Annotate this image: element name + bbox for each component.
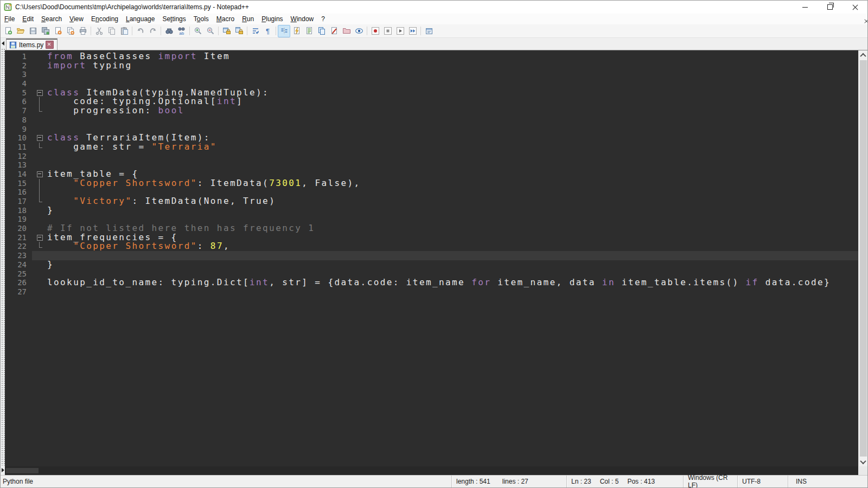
view-eye-button[interactable] xyxy=(353,25,365,37)
tab-items-py[interactable]: Items.py xyxy=(6,38,58,50)
close-button[interactable] xyxy=(52,25,64,37)
fold-margin-collapse[interactable] xyxy=(32,233,47,242)
line-number: 24 xyxy=(5,260,32,269)
tab-close-icon[interactable] xyxy=(46,41,54,49)
status-bar: Python file length : 541 lines : 27 Ln :… xyxy=(1,475,867,487)
menu-item-language[interactable]: Language xyxy=(122,14,158,24)
paste-button[interactable] xyxy=(118,25,130,37)
undo-button[interactable] xyxy=(134,25,146,37)
save-button[interactable] xyxy=(27,25,39,37)
fold-collapse-icon[interactable] xyxy=(37,171,43,177)
splitter-grip[interactable] xyxy=(1,48,5,466)
menu-item-help[interactable]: ? xyxy=(317,14,329,24)
horizontal-scrollbar-thumb[interactable] xyxy=(6,468,39,473)
sync-vertical-button[interactable] xyxy=(220,25,233,37)
document-list-button[interactable] xyxy=(315,25,328,37)
new-file-button[interactable] xyxy=(2,25,14,37)
code-line[interactable]: 11 game: str = "Terraria" xyxy=(5,143,858,152)
close-all-button[interactable] xyxy=(64,25,76,37)
fold-collapse-icon[interactable] xyxy=(37,90,43,96)
minimize-button[interactable] xyxy=(793,1,818,14)
code-line[interactable]: 2import typing xyxy=(5,61,858,70)
menu-item-macro[interactable]: Macro xyxy=(213,14,238,24)
status-pos: Pos : 413 xyxy=(627,478,655,485)
horizontal-scrollbar[interactable] xyxy=(5,466,858,475)
code-line[interactable]: 7 progression: bool xyxy=(5,106,858,115)
print-button[interactable] xyxy=(76,25,89,37)
fold-collapse-icon[interactable] xyxy=(37,135,43,141)
word-wrap-button[interactable] xyxy=(249,25,261,37)
code-line[interactable]: 22 "Copper Shortsword": 87, xyxy=(5,242,858,251)
menu-item-file[interactable]: File xyxy=(1,14,18,24)
macro-record-button[interactable] xyxy=(369,25,381,37)
fold-margin-collapse[interactable] xyxy=(32,88,47,98)
menu-item-plugins[interactable]: Plugins xyxy=(258,14,286,24)
edit-pen-icon xyxy=(330,27,339,35)
replace-button[interactable]: ab xyxy=(175,25,188,37)
open-folder-button[interactable] xyxy=(14,25,27,37)
vertical-scrollbar[interactable] xyxy=(858,50,867,466)
zoom-out-button[interactable] xyxy=(204,25,216,37)
save-all-button[interactable] xyxy=(39,25,52,37)
code-line[interactable]: 1from BaseClasses import Item xyxy=(5,52,858,61)
splitter-collapse-icon[interactable] xyxy=(2,41,4,46)
fold-margin xyxy=(32,215,47,224)
code-text xyxy=(47,251,858,260)
macro-record-icon xyxy=(371,27,380,35)
view-eye-icon xyxy=(355,27,363,35)
code-line[interactable]: 3 xyxy=(5,70,858,79)
zoom-in-button[interactable] xyxy=(192,25,204,37)
scroll-up-button[interactable] xyxy=(859,50,867,60)
project-folder-button[interactable] xyxy=(340,25,353,37)
menu-item-encoding[interactable]: Encoding xyxy=(87,14,122,24)
close-button[interactable] xyxy=(843,1,867,14)
macro-save-button[interactable] xyxy=(423,25,435,37)
cut-button[interactable] xyxy=(93,25,105,37)
code-line[interactable]: 17 "Victory": ItemData(None, True) xyxy=(5,197,858,206)
find-button[interactable] xyxy=(163,25,175,37)
title-bar: C:\Users\Dood\Documents\tmp\Archipelago\… xyxy=(1,1,867,14)
redo-button[interactable] xyxy=(146,25,159,37)
fold-collapse-icon[interactable] xyxy=(37,235,43,241)
code-text: lookup_id_to_name: typing.Dict[int, str]… xyxy=(47,278,858,287)
code-line[interactable]: 27 xyxy=(5,287,858,297)
macro-stop-button[interactable] xyxy=(381,25,394,37)
fold-margin-collapse[interactable] xyxy=(32,170,47,179)
status-encoding[interactable]: UTF-8 xyxy=(737,476,788,487)
code-line[interactable]: 18} xyxy=(5,206,858,215)
macro-play-button[interactable] xyxy=(394,25,406,37)
menu-item-settings[interactable]: Settings xyxy=(158,14,189,24)
code-line[interactable]: 8 xyxy=(5,115,858,125)
fold-margin-collapse[interactable] xyxy=(32,133,47,143)
splitter-expand-icon[interactable] xyxy=(2,468,4,472)
status-eol-format[interactable]: Windows (CR LF) xyxy=(683,476,737,487)
status-typing-mode[interactable]: INS xyxy=(788,476,867,487)
dock-splitter[interactable] xyxy=(1,38,5,475)
sync-horizontal-button[interactable] xyxy=(233,25,245,37)
code-line[interactable]: 24} xyxy=(5,260,858,269)
copy-button[interactable] xyxy=(105,25,118,37)
scroll-down-button[interactable] xyxy=(859,457,867,466)
code-line[interactable]: 15 "Copper Shortsword": ItemData(73001, … xyxy=(5,179,858,188)
macro-run-multiple-button[interactable] xyxy=(406,25,419,37)
edit-pen-button[interactable] xyxy=(328,25,340,37)
menu-item-window[interactable]: Window xyxy=(287,14,318,24)
code-line[interactable]: 26lookup_id_to_name: typing.Dict[int, st… xyxy=(5,278,858,287)
function-list-button[interactable] xyxy=(290,25,303,37)
code-editor[interactable]: 1from BaseClasses import Item2import typ… xyxy=(5,50,858,466)
show-all-characters-button[interactable]: ¶ xyxy=(261,25,274,37)
code-lines: 1from BaseClasses import Item2import typ… xyxy=(5,52,858,297)
code-line[interactable]: 12 xyxy=(5,152,858,161)
restore-button[interactable] xyxy=(818,1,843,14)
indent-guide-button[interactable] xyxy=(278,25,290,37)
notepad-plus-plus-icon xyxy=(4,3,12,11)
menu-item-search[interactable]: Search xyxy=(37,14,66,24)
menu-item-run[interactable]: Run xyxy=(238,14,258,24)
menu-item-edit[interactable]: Edit xyxy=(18,14,37,24)
menu-item-view[interactable]: View xyxy=(66,14,87,24)
code-line[interactable]: 23 xyxy=(5,251,858,260)
menu-item-tools[interactable]: Tools xyxy=(190,14,213,24)
document-map-button[interactable] xyxy=(303,25,315,37)
vertical-scrollbar-thumb[interactable] xyxy=(860,60,867,457)
line-number: 14 xyxy=(5,170,32,179)
